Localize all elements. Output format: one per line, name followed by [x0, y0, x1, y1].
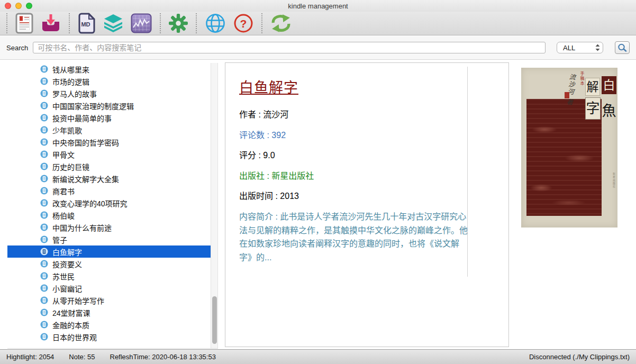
search-button[interactable] [615, 41, 630, 54]
book-detail-field: 内容简介 : 此书是诗人学者流沙河先生几十年对古汉字研究心法与见解的精粹之作，是… [239, 210, 469, 264]
book-list-item[interactable]: 罗马人的故事 [7, 87, 211, 99]
markdown-file-icon[interactable]: MD [78, 13, 96, 34]
book-list-item[interactable]: 甲骨文 [7, 148, 211, 160]
book-detail-fields: 作者 : 流沙河 评论数 : 392 评分 : 9.0 出版社 : 新星出版社 … [239, 108, 469, 264]
book-title: 小窗幽记 [52, 283, 82, 294]
cover-char-bai: 白 [602, 76, 616, 94]
layers-stack-icon[interactable] [103, 14, 123, 33]
book-icon [40, 284, 48, 292]
book-list-item[interactable]: 历史的巨镜 [7, 160, 211, 172]
book-icon [40, 199, 48, 207]
book-list-item[interactable]: 杨伯峻 [7, 209, 211, 221]
status-bar: Hightlight: 2054 Note: 55 RefleshTime: 2… [0, 349, 636, 364]
book-detail-field: 出版时间 : 2013 [239, 189, 469, 203]
book-cover-image: 流沙河 著 手稿本 解 白 字 魚 新星出版社 [521, 68, 617, 228]
book-title: 中国国家治理的制度逻辑 [52, 101, 134, 111]
book-list-item[interactable]: 24堂财富课 [7, 306, 211, 319]
filter-selected-value: ALL [563, 44, 595, 52]
chart-stats-icon[interactable] [131, 13, 152, 33]
book-title: 改变心理学的40项研究 [52, 198, 128, 208]
book-list-item[interactable]: 投资中最简单的事 [7, 112, 211, 124]
toolbar-separator [160, 13, 161, 33]
book-icon [40, 89, 48, 97]
book-title: 少年凯歌 [52, 125, 82, 135]
book-list-item[interactable]: 少年凯歌 [7, 124, 211, 136]
book-detail-panel: 白鱼解字 作者 : 流沙河 评论数 : 392 评分 : 9.0 出版社 : 新… [225, 62, 509, 347]
book-list-item[interactable]: 日本的世界观 [7, 331, 211, 343]
book-list-item[interactable]: 商君书 [7, 185, 211, 197]
book-list-item[interactable]: 中国为什么有前途 [7, 221, 211, 233]
search-label: Search [6, 44, 28, 52]
book-icon [40, 272, 48, 280]
status-note-count: Note: 55 [69, 353, 95, 361]
book-title: 苏世民 [52, 271, 75, 281]
import-download-icon[interactable] [41, 14, 61, 33]
md-label: MD [81, 21, 90, 28]
book-icon [40, 321, 48, 329]
book-icon [40, 114, 48, 122]
book-detail-field: 出版社 : 新星出版社 [239, 169, 469, 183]
book-title: 商君书 [52, 186, 75, 196]
book-list-item[interactable]: 管子 [7, 233, 211, 245]
book-icon [40, 235, 48, 243]
cover-char-zi: 字 [585, 97, 601, 120]
main-area: 钱从哪里来 市场的逻辑 罗马人的故事 中国国家治理的制度逻辑 [0, 60, 636, 349]
book-icon [40, 138, 48, 146]
book-list-item[interactable]: 改变心理学的40项研究 [7, 197, 211, 209]
refresh-sync-icon[interactable] [270, 14, 292, 33]
book-icon [40, 308, 48, 316]
book-title-link[interactable]: 白鱼解字 [239, 76, 298, 97]
cover-char-jie: 解 [585, 78, 600, 96]
toolbar: MD [0, 12, 636, 35]
book-list-scrollbar[interactable] [211, 63, 218, 348]
filter-select[interactable]: ALL [557, 42, 603, 53]
search-input[interactable] [33, 42, 546, 53]
title-bar: kindle management [0, 0, 636, 12]
book-title: 中央帝国的哲学密码 [52, 137, 119, 148]
book-title: 甲骨文 [52, 149, 75, 160]
search-bar: Search ALL [0, 36, 636, 60]
clippings-document-icon[interactable] [15, 13, 33, 34]
app-window: kindle management [0, 0, 636, 364]
book-title: 管子 [52, 234, 67, 245]
book-title: 罗马人的故事 [52, 88, 97, 99]
book-icon [40, 126, 48, 134]
help-glyph: ? [240, 17, 247, 30]
settings-gear-icon[interactable] [169, 14, 188, 33]
book-list-item[interactable]: 中央帝国的哲学密码 [7, 136, 211, 148]
book-list-item[interactable]: 市场的逻辑 [7, 75, 211, 87]
web-globe-icon[interactable] [205, 13, 226, 34]
book-title: 新编说文解字大全集 [52, 174, 119, 184]
book-list-item[interactable]: 苏世民 [7, 270, 211, 282]
scrollbar-thumb[interactable] [212, 296, 217, 344]
detail-divider [467, 67, 468, 277]
book-list-item[interactable]: 小窗幽记 [7, 282, 211, 294]
book-list-item[interactable]: 从零开始学写作 [7, 294, 211, 306]
book-detail-field: 评论数 : 392 [239, 129, 469, 142]
book-list-item[interactable]: 金融的本质 [7, 319, 211, 331]
book-detail-field: 作者 : 流沙河 [239, 108, 469, 122]
book-title: 历史的巨镜 [52, 161, 89, 172]
book-list-item[interactable]: 白鱼解字 [7, 245, 211, 258]
book-title: 24堂财富课 [52, 307, 90, 318]
book-detail-field: 评分 : 9.0 [239, 149, 469, 162]
book-icon [40, 175, 48, 183]
cover-publisher-spine: 新星出版社 [612, 172, 616, 188]
toolbar-separator [69, 13, 70, 33]
help-question-icon[interactable]: ? [233, 13, 253, 33]
toolbar-separator [6, 13, 7, 33]
book-icon [40, 65, 48, 73]
book-title: 中国为什么有前途 [52, 222, 112, 233]
book-list: 钱从哪里来 市场的逻辑 罗马人的故事 中国国家治理的制度逻辑 [7, 63, 211, 348]
status-refresh-time: RefleshTime: 2020-06-18 13:35:53 [110, 353, 216, 361]
book-list-item[interactable]: 中国国家治理的制度逻辑 [7, 99, 211, 112]
book-icon [40, 248, 48, 256]
book-icon [40, 333, 48, 341]
book-icon [40, 162, 48, 170]
book-list-item[interactable]: 新编说文解字大全集 [7, 172, 211, 185]
book-title: 投资要义 [52, 259, 82, 269]
book-title: 金融的本质 [52, 320, 89, 330]
book-icon [40, 77, 48, 85]
book-list-item[interactable]: 钱从哪里来 [7, 63, 211, 75]
book-list-item[interactable]: 投资要义 [7, 258, 211, 270]
